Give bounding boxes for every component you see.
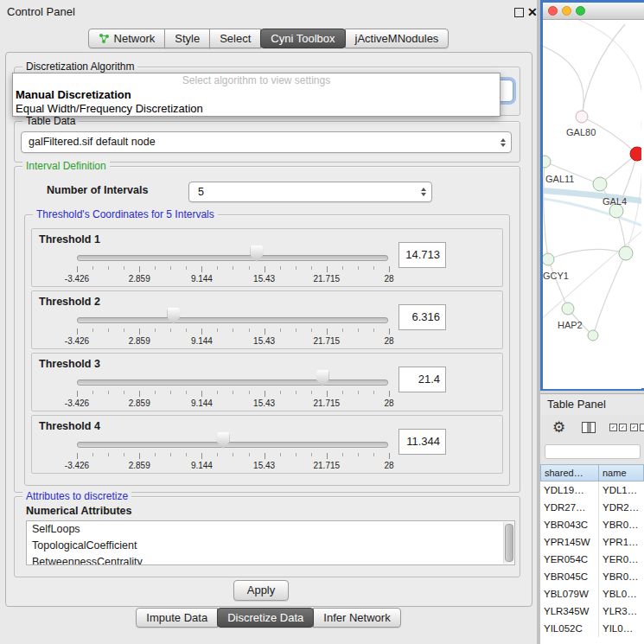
- major-tick: [201, 391, 202, 397]
- table-row[interactable]: YBR043CYBR0…: [540, 516, 644, 533]
- apply-button[interactable]: Apply: [233, 580, 289, 601]
- table-row[interactable]: YDR27…YDR2…: [540, 499, 644, 516]
- table-row[interactable]: YLR345WYLR3…: [540, 603, 644, 620]
- unselect-all-columns-icon[interactable]: [630, 424, 644, 431]
- network-node[interactable]: [593, 177, 607, 191]
- slider-tick-labels: -3.4262.8599.14415.4321.71528: [77, 399, 389, 408]
- thresholds-group-title: Threshold's Coordinates for 5 Intervals: [33, 208, 218, 220]
- slider-thumb[interactable]: [167, 308, 180, 324]
- close-window-icon[interactable]: [548, 6, 558, 16]
- threshold-3-slider[interactable]: [77, 367, 388, 388]
- numerical-attributes-label: Numerical Attributes: [26, 505, 131, 517]
- major-tick: [139, 266, 140, 272]
- major-tick: [265, 453, 265, 459]
- float-panel-icon[interactable]: [514, 8, 524, 17]
- table-filter-field[interactable]: [545, 444, 641, 459]
- threshold-panel-2: Threshold 2 -3.4262.8599.14415.4321.7152…: [31, 290, 503, 349]
- tab-infer-network[interactable]: Infer Network: [313, 608, 400, 628]
- threshold-panel-1: Threshold 1 -3.4262.8599.14415.4321.7152…: [31, 228, 503, 287]
- attribute-item[interactable]: BetweennessCentrality: [27, 554, 514, 565]
- table-panel: ⚙ shared… name YDL19…YDL1…YDR27…YDR2…YBR…: [540, 415, 644, 644]
- tick-label: -3.426: [65, 399, 89, 408]
- major-tick: [389, 453, 390, 459]
- tab-impute-data[interactable]: Impute Data: [136, 608, 218, 628]
- column-header-name[interactable]: name: [599, 464, 644, 481]
- table-row[interactable]: YBR045CYBR0…: [540, 568, 644, 585]
- tab-cyni-toolbox[interactable]: Cyni Toolbox: [260, 29, 345, 48]
- dropdown-placeholder: Select algorithm to view settings: [13, 73, 500, 88]
- table-cell: YPR1…: [599, 533, 644, 551]
- intervals-select[interactable]: 5: [188, 182, 432, 202]
- numerical-attributes-list[interactable]: SelfLoopsTopologicalCoefficientBetweenne…: [26, 520, 515, 565]
- network-node[interactable]: [576, 111, 588, 123]
- minimize-window-icon[interactable]: [562, 6, 571, 16]
- table-cell: YDL1…: [599, 481, 644, 499]
- column-header-shared-name[interactable]: shared…: [540, 464, 599, 481]
- table-row[interactable]: YPR145WYPR1…: [540, 533, 644, 551]
- tick-label: 15.43: [253, 274, 275, 284]
- tab-network[interactable]: Network: [88, 29, 166, 48]
- tab-jactivemnodules[interactable]: jActiveMNodules: [345, 29, 450, 48]
- tick-label: 21.715: [314, 274, 341, 284]
- attributes-group-title: Attributes to discretize: [22, 490, 131, 502]
- tab-label: Discretize Data: [227, 609, 303, 627]
- threshold-1-value-field[interactable]: 14.713: [399, 242, 446, 268]
- threshold-4-value-field[interactable]: 11.344: [399, 429, 446, 455]
- algorithm-dropdown-popup: Select algorithm to view settings Manual…: [12, 73, 501, 117]
- table-cell: YDL19…: [540, 481, 599, 499]
- tick-label: 9.144: [191, 336, 213, 346]
- tick-label: 15.43: [253, 461, 275, 470]
- network-node[interactable]: [543, 253, 554, 265]
- columns-icon[interactable]: [582, 422, 596, 433]
- major-tick: [327, 453, 328, 459]
- list-scrollbar[interactable]: [503, 522, 513, 564]
- tab-discretize-data[interactable]: Discretize Data: [217, 608, 314, 628]
- tab-label: jActiveMNodules: [355, 29, 439, 48]
- select-all-columns-icon[interactable]: [609, 424, 627, 431]
- network-node[interactable]: [562, 303, 574, 315]
- tab-select[interactable]: Select: [209, 29, 261, 48]
- network-node[interactable]: [543, 156, 551, 168]
- tick-label: 21.715: [314, 399, 341, 408]
- dropdown-option-equal-width-frequency[interactable]: Equal Width/Frequency Discretization: [13, 102, 500, 116]
- table-cell: YLR3…: [599, 603, 644, 620]
- close-panel-icon[interactable]: ✕: [527, 4, 538, 20]
- threshold-1-slider[interactable]: [77, 243, 388, 264]
- table-cell: YDR27…: [540, 499, 599, 516]
- slider-ticks: [77, 328, 389, 335]
- table-cell: YDR2…: [599, 499, 644, 516]
- table-row[interactable]: YIL052CYIL0…: [540, 620, 644, 637]
- threshold-2-value-field[interactable]: 6.316: [399, 304, 446, 330]
- tick-label: 28: [384, 399, 393, 408]
- tab-style[interactable]: Style: [164, 29, 210, 48]
- attribute-item[interactable]: SelfLoops: [27, 521, 514, 538]
- table-row[interactable]: YBL079WYBL0…: [540, 585, 644, 603]
- network-canvas[interactable]: GAL80 GAL11 GAL4 GCY1 HAP2: [543, 20, 641, 389]
- network-node-red[interactable]: [630, 147, 641, 161]
- table-row[interactable]: YER054CYER0…: [540, 551, 644, 568]
- scrollbar-thumb[interactable]: [505, 524, 513, 562]
- major-tick: [201, 453, 202, 459]
- table-cell: YIL052C: [540, 620, 599, 637]
- threshold-4-slider[interactable]: [77, 430, 388, 450]
- network-node[interactable]: [619, 246, 633, 260]
- gear-icon[interactable]: ⚙: [552, 417, 565, 439]
- table-cell: YER0…: [599, 551, 644, 568]
- tick-label: 15.43: [253, 399, 275, 408]
- panel-title: Control Panel: [7, 0, 75, 23]
- slider-thumb[interactable]: [217, 432, 230, 449]
- zoom-window-icon[interactable]: [576, 6, 585, 16]
- network-window-titlebar: [543, 3, 644, 20]
- node-label: GAL11: [545, 174, 574, 184]
- network-node[interactable]: [588, 330, 598, 341]
- table-data-select[interactable]: galFiltered.sif default node: [21, 131, 512, 153]
- threshold-3-value-field[interactable]: 21.4: [399, 367, 446, 392]
- slider-thumb[interactable]: [316, 370, 329, 386]
- table-row[interactable]: YDL19…YDL1…: [540, 481, 644, 499]
- slider-thumb[interactable]: [250, 245, 263, 262]
- tick-label: 15.43: [253, 336, 275, 346]
- attribute-item[interactable]: TopologicalCoefficient: [27, 538, 514, 554]
- node-label: GAL4: [603, 196, 627, 207]
- dropdown-option-manual-discretization[interactable]: Manual Discretization: [13, 88, 500, 102]
- threshold-2-slider[interactable]: [77, 305, 388, 326]
